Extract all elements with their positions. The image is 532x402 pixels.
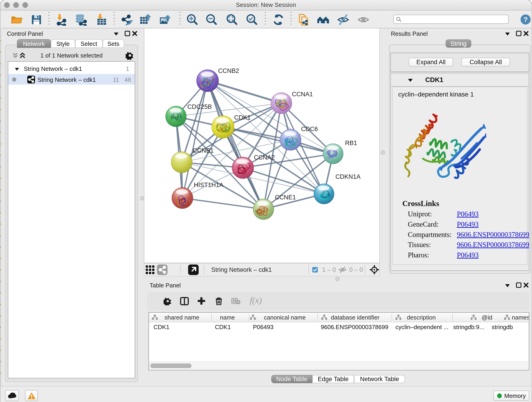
svg-text:CDC6: CDC6	[301, 126, 318, 133]
svg-text:CDC25B: CDC25B	[187, 103, 212, 110]
svg-text:CCNE1: CCNE1	[275, 194, 296, 201]
svg-text:CDKN1A: CDKN1A	[336, 173, 361, 180]
svg-text:RB1: RB1	[345, 140, 357, 147]
svg-text:HIST1H1A: HIST1H1A	[194, 182, 223, 188]
svg-text:CCNB1: CCNB1	[193, 147, 214, 154]
svg-text:?: ?	[524, 16, 528, 23]
svg-text:CCNA1: CCNA1	[292, 91, 313, 98]
svg-text:CCNA2: CCNA2	[254, 154, 275, 161]
svg-text:CDK1: CDK1	[234, 114, 251, 121]
svg-text:CCNB2: CCNB2	[218, 67, 239, 74]
